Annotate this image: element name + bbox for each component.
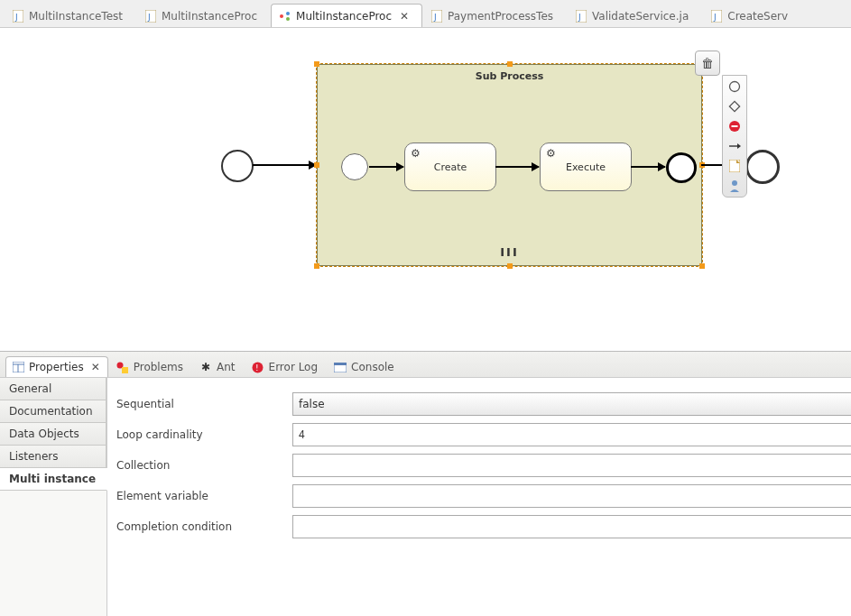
editor-tab[interactable]: J PaymentProcessTes: [422, 4, 567, 27]
svg-rect-9: [576, 10, 587, 23]
svg-text:J: J: [147, 13, 151, 22]
sequential-label: Sequential: [116, 398, 292, 410]
svg-rect-11: [711, 10, 722, 23]
completion-condition-input[interactable]: [292, 515, 851, 538]
context-palette: [722, 75, 747, 198]
view-tab-problems[interactable]: Problems: [110, 356, 191, 377]
svg-text:J: J: [713, 13, 717, 22]
palette-event-icon[interactable]: [727, 79, 742, 94]
svg-point-13: [730, 82, 740, 92]
category-data-objects[interactable]: Data Objects: [0, 423, 106, 446]
bpmn-start-event[interactable]: [221, 150, 254, 182]
svg-point-5: [286, 12, 290, 15]
selection-outline: [316, 63, 703, 267]
resize-handle[interactable]: [314, 162, 319, 168]
view-tab-label: Properties: [29, 361, 84, 373]
editor-tab-active[interactable]: MultiInstanceProc ✕: [271, 4, 422, 27]
sequence-flow-arrow[interactable]: [253, 164, 316, 166]
close-icon[interactable]: ✕: [400, 10, 409, 23]
category-documentation[interactable]: Documentation: [0, 400, 106, 423]
error-log-icon: !: [252, 361, 264, 373]
svg-rect-16: [732, 125, 738, 127]
bpmn-end-event[interactable]: [745, 150, 780, 184]
properties-category-list: General Documentation Data Objects Liste…: [0, 378, 107, 616]
editor-tab[interactable]: J MultiInstanceProc: [136, 4, 271, 27]
service-task-execute[interactable]: ⚙ Execute: [540, 143, 632, 191]
editor-tab[interactable]: J ValidateService.ja: [567, 4, 702, 27]
bpmn-inner-end-event[interactable]: [666, 152, 697, 183]
bpmn-inner-start-event[interactable]: [341, 153, 368, 180]
svg-text:J: J: [14, 13, 18, 22]
palette-user-icon[interactable]: [727, 179, 742, 193]
completion-condition-label: Completion condition: [116, 520, 292, 533]
editor-tab-label: MultiInstanceProc: [162, 10, 257, 23]
svg-rect-0: [13, 10, 23, 23]
java-file-icon: J: [575, 10, 587, 23]
trash-icon: 🗑: [701, 56, 714, 70]
properties-icon: [12, 361, 24, 373]
view-tab-ant[interactable]: ✱ Ant: [193, 356, 244, 377]
view-tab-label: Console: [351, 361, 394, 373]
resize-handle[interactable]: [507, 61, 513, 67]
element-variable-input[interactable]: [292, 484, 851, 508]
palette-connect-icon[interactable]: [727, 139, 742, 153]
sequence-flow-arrow[interactable]: [631, 166, 665, 168]
category-listeners[interactable]: Listeners: [0, 446, 106, 468]
service-task-create[interactable]: ⚙ Create: [404, 143, 496, 191]
close-icon[interactable]: ✕: [91, 361, 100, 373]
resize-handle[interactable]: [699, 263, 705, 269]
problems-icon: [116, 361, 129, 373]
svg-point-4: [280, 14, 283, 18]
category-general[interactable]: General: [0, 378, 106, 400]
diagram-canvas[interactable]: Sub Process ⚙ Create ⚙ Execute III 🗑: [0, 28, 851, 351]
sequence-flow-arrow[interactable]: [369, 166, 403, 168]
bpmn-file-icon: [279, 10, 291, 23]
subprocess-title: Sub Process: [318, 70, 701, 82]
task-label: Create: [434, 161, 467, 173]
sequence-flow-arrow[interactable]: [495, 166, 539, 168]
svg-text:J: J: [433, 13, 437, 22]
gear-icon: ⚙: [411, 147, 421, 160]
category-multi-instance[interactable]: Multi instance: [0, 468, 107, 491]
view-tab-label: Ant: [217, 361, 236, 373]
collection-input[interactable]: [292, 454, 851, 477]
view-tab-errorlog[interactable]: ! Error Log: [245, 356, 327, 377]
resize-handle[interactable]: [314, 61, 319, 67]
resize-handle[interactable]: [507, 263, 513, 269]
delete-button[interactable]: 🗑: [695, 51, 720, 76]
svg-point-21: [732, 180, 737, 186]
bottom-panel: Properties ✕ Problems ✱ Ant ! Error Log …: [0, 351, 851, 616]
editor-tab-label: MultiInstanceProc: [296, 10, 392, 23]
editor-tab[interactable]: J MultiInstanceTest: [4, 4, 136, 27]
svg-rect-2: [145, 10, 156, 23]
bottom-tab-bar: Properties ✕ Problems ✱ Ant ! Error Log …: [0, 352, 851, 378]
palette-note-icon[interactable]: [727, 159, 742, 173]
svg-rect-26: [122, 367, 128, 373]
svg-rect-19: [729, 160, 740, 172]
task-label: Execute: [566, 161, 606, 173]
java-file-icon: J: [710, 10, 723, 23]
sequential-select[interactable]: false: [292, 392, 851, 416]
console-icon: [334, 361, 347, 373]
resize-handle[interactable]: [314, 263, 319, 269]
loop-cardinality-input[interactable]: [292, 423, 851, 446]
view-tab-properties[interactable]: Properties ✕: [5, 356, 108, 377]
element-variable-label: Element variable: [116, 490, 292, 502]
java-file-icon: J: [12, 10, 24, 23]
view-tab-label: Problems: [134, 361, 183, 373]
svg-rect-14: [729, 101, 739, 111]
editor-tab-label: CreateServ: [727, 10, 788, 23]
subprocess-node[interactable]: Sub Process ⚙ Create ⚙ Execute III: [317, 64, 702, 266]
palette-gateway-icon[interactable]: [727, 99, 742, 114]
view-tab-label: Error Log: [269, 361, 319, 373]
palette-error-icon[interactable]: [727, 119, 742, 133]
ant-icon: ✱: [199, 361, 212, 373]
gear-icon: ⚙: [546, 147, 556, 160]
editor-tab-bar: J MultiInstanceTest J MultiInstanceProc …: [0, 0, 851, 28]
editor-tab-label: MultiInstanceTest: [29, 10, 123, 23]
java-file-icon: J: [430, 10, 443, 23]
svg-text:J: J: [578, 13, 581, 22]
editor-tab[interactable]: J CreateServ: [702, 4, 801, 27]
properties-form: Sequential false Loop cardinality Collec…: [107, 378, 851, 616]
view-tab-console[interactable]: Console: [328, 356, 402, 377]
